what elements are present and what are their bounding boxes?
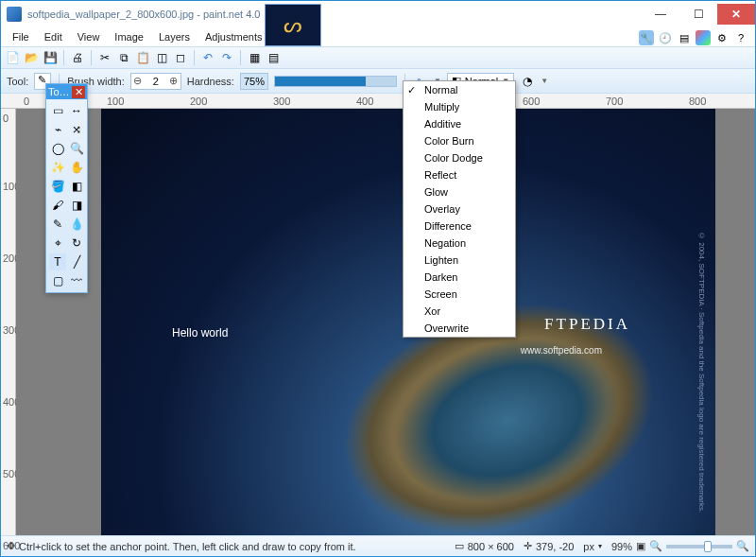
freeform-shape-tool[interactable]: 〰 xyxy=(68,272,85,289)
color-picker-tool[interactable]: 💧 xyxy=(68,216,85,233)
blend-option-negation[interactable]: Negation xyxy=(404,235,515,252)
pencil-tool[interactable]: ✎ xyxy=(49,216,66,233)
magic-wand-tool[interactable]: ✨ xyxy=(49,159,66,176)
dropdown-arrow-icon[interactable]: ▼ xyxy=(541,77,548,85)
hardness-input[interactable] xyxy=(240,73,268,90)
brush-width-spinner[interactable]: ⊖ ⊕ xyxy=(130,73,181,90)
copy-icon[interactable]: ⧉ xyxy=(116,50,131,65)
open-icon[interactable]: 📂 xyxy=(24,50,39,65)
blend-option-additive[interactable]: Additive xyxy=(404,115,515,132)
print-icon[interactable]: 🖨 xyxy=(70,50,85,65)
zoom-in-icon[interactable]: 🔍 xyxy=(736,540,749,552)
blend-option-xor[interactable]: Xor xyxy=(404,303,515,320)
document-thumbnail[interactable]: ᔕ xyxy=(265,4,321,46)
zoom-out-icon[interactable]: 🔍 xyxy=(649,540,662,552)
settings-icon[interactable]: ⚙ xyxy=(714,30,730,45)
menu-edit[interactable]: Edit xyxy=(37,29,70,44)
blend-mode-dropdown[interactable]: ✓NormalMultiplyAdditiveColor BurnColor D… xyxy=(403,80,516,338)
status-zoom[interactable]: 99% ▣ 🔍 🔍 xyxy=(611,540,749,552)
tool-options-toolbar: Tool: ✎ Brush width: ⊖ ⊕ Hardness: ∿ ▼ ◧… xyxy=(1,69,755,94)
blend-option-difference[interactable]: Difference xyxy=(404,218,515,235)
deselect-icon[interactable]: ◻ xyxy=(173,50,188,65)
status-units[interactable]: px ▾ xyxy=(583,541,602,552)
zoom-thumb[interactable] xyxy=(704,541,712,552)
app-icon xyxy=(7,7,22,22)
menu-file[interactable]: File xyxy=(5,29,37,44)
ellipse-select-tool[interactable]: ◯ xyxy=(49,140,66,157)
crop-icon[interactable]: ◫ xyxy=(154,50,169,65)
menu-layers[interactable]: Layers xyxy=(151,29,198,44)
ruler-tick: 200 xyxy=(190,96,207,107)
menu-image[interactable]: Image xyxy=(107,29,151,44)
paste-icon[interactable]: 📋 xyxy=(135,50,150,65)
status-hint-text: Ctrl+click to set the anchor point. Then… xyxy=(19,541,356,552)
canvas-area[interactable]: Hello world FTPEDIA www.softpedia.com © … xyxy=(16,109,755,535)
rectangle-shape-tool[interactable]: ▢ xyxy=(49,272,66,289)
blend-option-glow[interactable]: Glow xyxy=(404,183,515,200)
blend-option-overwrite[interactable]: Overwrite xyxy=(404,320,515,337)
text-tool[interactable]: T xyxy=(49,253,66,270)
move-tool[interactable]: ↔ xyxy=(68,102,85,119)
hello-text: Hello world xyxy=(172,326,228,339)
gradient-tool[interactable]: ◧ xyxy=(68,178,85,195)
blend-option-color-dodge[interactable]: Color Dodge xyxy=(404,149,515,166)
tools-window-icon[interactable]: 🔧 xyxy=(639,30,654,45)
clone-stamp-tool[interactable]: ⌖ xyxy=(49,235,66,252)
new-icon[interactable]: 📄 xyxy=(5,50,20,65)
toolbox-titlebar[interactable]: To… ✕ xyxy=(46,84,87,99)
blend-option-lighten[interactable]: Lighten xyxy=(404,252,515,269)
menu-view[interactable]: View xyxy=(70,29,108,44)
move-selection-tool[interactable]: ⤨ xyxy=(68,121,85,138)
rect-select-tool[interactable]: ▭ xyxy=(49,102,66,119)
close-button[interactable]: ✕ xyxy=(717,4,755,25)
history-window-icon[interactable]: 🕘 xyxy=(658,30,673,45)
recolor-tool[interactable]: ↻ xyxy=(68,235,85,252)
pan-tool[interactable]: ✋ xyxy=(68,159,85,176)
blend-option-normal[interactable]: ✓Normal xyxy=(404,81,515,98)
maximize-button[interactable]: ☐ xyxy=(679,4,717,25)
ruler-tick: 600 xyxy=(3,540,20,551)
cut-icon[interactable]: ✂ xyxy=(97,50,112,65)
toolbox-window[interactable]: To… ✕ ▭ ↔ ⌁ ⤨ ◯ 🔍 ✨ ✋ 🪣 ◧ 🖌 ◨ ✎ 💧 ⌖ ↻ T … xyxy=(45,83,88,293)
paintbrush-tool[interactable]: 🖌 xyxy=(49,197,66,214)
redo-icon[interactable]: ↷ xyxy=(219,50,234,65)
toolbox-close-icon[interactable]: ✕ xyxy=(72,86,85,98)
status-dimensions: ▭ 800 × 600 xyxy=(455,540,514,552)
menu-adjustments[interactable]: Adjustments xyxy=(198,29,270,44)
brush-width-input[interactable] xyxy=(145,76,167,87)
layers-window-icon[interactable]: ▤ xyxy=(677,30,692,45)
blend-option-overlay[interactable]: Overlay xyxy=(404,200,515,218)
zoom-tool[interactable]: 🔍 xyxy=(68,140,85,157)
alpha-blend-icon[interactable]: ◔ xyxy=(520,74,535,89)
lasso-tool[interactable]: ⌁ xyxy=(49,121,66,138)
blend-option-label: Negation xyxy=(424,237,466,249)
paint-bucket-tool[interactable]: 🪣 xyxy=(49,178,66,195)
ruler-tick: 0 xyxy=(24,96,29,107)
increment-icon[interactable]: ⊕ xyxy=(167,75,180,87)
swirl-icon: ᔕ xyxy=(284,13,302,38)
fit-window-icon[interactable]: ▣ xyxy=(636,540,645,552)
blend-option-darken[interactable]: Darken xyxy=(404,269,515,286)
view-grid-icon[interactable]: ▦ xyxy=(247,50,262,65)
dimensions-value: 800 × 600 xyxy=(468,541,514,552)
decrement-icon[interactable]: ⊖ xyxy=(131,75,145,87)
blend-option-reflect[interactable]: Reflect xyxy=(404,166,515,183)
blend-option-label: Normal xyxy=(424,84,457,96)
save-icon[interactable]: 💾 xyxy=(43,50,58,65)
colors-window-icon[interactable] xyxy=(696,30,711,45)
ruler-horizontal: 0 100 200 300 400 500 600 700 800 xyxy=(1,94,755,109)
undo-icon[interactable]: ↶ xyxy=(200,50,215,65)
line-tool[interactable]: ╱ xyxy=(68,253,85,270)
zoom-slider[interactable] xyxy=(666,545,732,548)
view-rulers-icon[interactable]: ▤ xyxy=(266,50,281,65)
ruler-tick: 800 xyxy=(689,96,706,107)
minimize-button[interactable]: — xyxy=(642,4,679,25)
blend-option-multiply[interactable]: Multiply xyxy=(404,98,515,115)
hardness-slider[interactable] xyxy=(274,76,397,87)
blend-option-color-burn[interactable]: Color Burn xyxy=(404,132,515,149)
eraser-tool[interactable]: ◨ xyxy=(68,197,85,214)
ruler-tick: 600 xyxy=(523,96,540,107)
blend-option-screen[interactable]: Screen xyxy=(404,286,515,303)
blend-option-label: Color Dodge xyxy=(424,152,483,164)
help-icon[interactable]: ? xyxy=(733,30,748,45)
